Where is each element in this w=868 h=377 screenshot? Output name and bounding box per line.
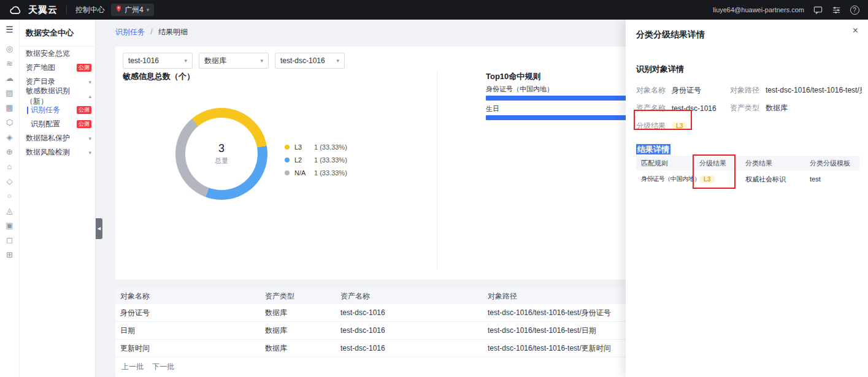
rail-icon[interactable]: ▦ — [6, 104, 13, 112]
region-label: 广州4 — [125, 5, 144, 15]
icon-rail: ☰ ◎ ≋ ☁ ▤ ▦ ⬡ ◈ ⊕ ⌂ ◇ ○ ◬ ▣ ◻ ⊞ — [0, 20, 20, 377]
task-select[interactable]: test-1016 ▾ — [123, 53, 193, 69]
sidebar-item-data-security-overview[interactable]: 数据安全总览 — [20, 47, 95, 61]
total-label: 总量 — [215, 156, 228, 166]
object-detail-section-title: 识别对象详情 — [636, 64, 684, 75]
region-selector[interactable]: 广州4 ▾ — [111, 4, 154, 16]
chevron-down-icon: ▾ — [260, 58, 263, 64]
legend-item: N/A 1 (33.33%) — [285, 169, 347, 177]
sidebar-title: 数据安全中心 — [20, 20, 95, 47]
total-count: 3 — [218, 142, 225, 155]
rail-icon[interactable]: ⊞ — [6, 251, 13, 259]
level-badge: L3 — [672, 122, 688, 130]
rail-icon[interactable]: ⊕ — [6, 148, 13, 156]
donut-center: 3 总量 — [185, 118, 258, 190]
prev-batch-link[interactable]: 上一批 — [121, 362, 144, 372]
legend-dot — [285, 145, 290, 150]
legend-item: L3 1 (33.33%) — [285, 143, 347, 151]
breadcrumb-link-recognition-tasks[interactable]: 识别任务 — [115, 28, 145, 36]
help-icon[interactable]: ? — [850, 5, 859, 15]
highlighted-text: 结果详情 — [636, 144, 670, 154]
sensitive-total-title: 敏感信息总数（个） — [123, 71, 194, 82]
account-email[interactable]: liuye64@huawei-partners.com — [713, 6, 804, 13]
divider — [66, 6, 67, 14]
beta-badge: 公测 — [77, 120, 91, 128]
legend-dot — [285, 170, 290, 175]
message-icon[interactable] — [813, 5, 823, 15]
sidebar-item-data-privacy-protection[interactable]: 数据隐私保护 ▾ — [20, 131, 95, 145]
chevron-down-icon: ▾ — [88, 150, 91, 156]
donut-chart: 3 总量 — [175, 108, 267, 200]
result-detail-section-title: 结果详情 — [636, 144, 670, 155]
rail-icon[interactable]: ▤ — [6, 89, 13, 97]
collapse-left-icon: ◀ — [98, 226, 101, 231]
legend-dot — [285, 158, 290, 162]
chevron-down-icon: ▾ — [88, 135, 91, 142]
sidebar-item-asset-map[interactable]: 资产地图 公测 — [20, 61, 95, 75]
breadcrumb: 识别任务 / 结果明细 — [115, 27, 188, 37]
legend-item: L2 1 (33.33%) — [285, 156, 347, 164]
rail-icon[interactable]: ⬡ — [6, 118, 13, 126]
donut-legend: L3 1 (33.33%) L2 1 (33.33%) N/A 1 (33.33… — [285, 143, 347, 177]
rail-icon[interactable]: ◬ — [7, 207, 13, 215]
menu-icon[interactable]: ☰ — [6, 25, 13, 34]
result-table-row: 身份证号（中国内地） L3 权威社会标识 test — [636, 170, 859, 188]
top-rules-title: Top10命中规则 — [486, 71, 540, 82]
asset-type-select[interactable]: 数据库 ▾ — [199, 53, 269, 69]
divider — [437, 71, 437, 270]
object-detail-fields: 对象名称 身份证号 对象路径 test-dsc-1016/test-1016-t… — [636, 85, 862, 139]
rail-icon[interactable]: ◇ — [7, 177, 13, 185]
rail-icon[interactable]: ◈ — [7, 133, 13, 141]
topbar: 天翼云 控制中心 广州4 ▾ liuye64@huawei-partners.c… — [0, 0, 868, 20]
rail-icon[interactable]: ◎ — [6, 45, 13, 53]
level-badge: L3 — [699, 175, 715, 183]
console-center-link[interactable]: 控制中心 — [75, 5, 105, 15]
sidebar-item-recognition-config[interactable]: 识别配置 公测 — [20, 117, 95, 131]
sidebar: 数据安全中心 数据安全总览 资产地图 公测 资产目录 ▾ 敏感数据识别（新） ▴… — [20, 20, 96, 377]
chevron-down-icon: ▾ — [147, 7, 150, 13]
next-batch-link[interactable]: 下一批 — [152, 362, 174, 372]
asset-select[interactable]: test-dsc-1016 ▾ — [275, 53, 345, 69]
chevron-down-icon: ▾ — [184, 58, 187, 64]
chevron-down-icon: ▾ — [88, 79, 91, 85]
breadcrumb-current: 结果明细 — [158, 28, 188, 36]
result-table-header-row: 匹配规则 分级结果 分类结果 分类分级模板 — [636, 156, 859, 170]
detail-panel: × 分类分级结果详情 识别对象详情 对象名称 身份证号 对象路径 test-ds… — [626, 20, 868, 377]
sidebar-collapse-handle[interactable]: ◀ — [96, 218, 102, 239]
rail-icon[interactable]: ▣ — [6, 221, 13, 229]
rail-icon[interactable]: ☁ — [6, 74, 13, 82]
rail-icon[interactable]: ○ — [7, 192, 12, 200]
settings-sliders-icon[interactable] — [831, 5, 841, 15]
rail-icon[interactable]: ◻ — [6, 236, 13, 244]
result-table: 匹配规则 分级结果 分类结果 分类分级模板 身份证号（中国内地） L3 权威社会… — [636, 156, 859, 188]
selected-indicator — [27, 107, 28, 114]
beta-badge: 公测 — [77, 106, 91, 114]
sidebar-item-data-risk-detection[interactable]: 数据风险检测 ▾ — [20, 145, 95, 159]
chevron-down-icon: ▾ — [336, 58, 339, 64]
panel-title: 分类分级结果详情 — [636, 29, 705, 40]
cloud-logo-icon — [9, 6, 22, 15]
beta-badge: 公测 — [77, 64, 91, 72]
location-pin-icon — [116, 6, 121, 14]
chevron-up-icon: ▴ — [88, 93, 91, 99]
rail-icon[interactable]: ≋ — [6, 59, 13, 67]
filter-bar: test-1016 ▾ 数据库 ▾ test-dsc-1016 ▾ — [123, 53, 345, 69]
rail-icon[interactable]: ⌂ — [7, 162, 12, 170]
pagination: 上一批 下一批 — [121, 362, 174, 372]
sidebar-item-sensitive-data-recognition[interactable]: 敏感数据识别（新） ▴ — [20, 89, 95, 103]
close-icon[interactable]: × — [853, 26, 858, 36]
brand-name: 天翼云 — [28, 4, 58, 16]
